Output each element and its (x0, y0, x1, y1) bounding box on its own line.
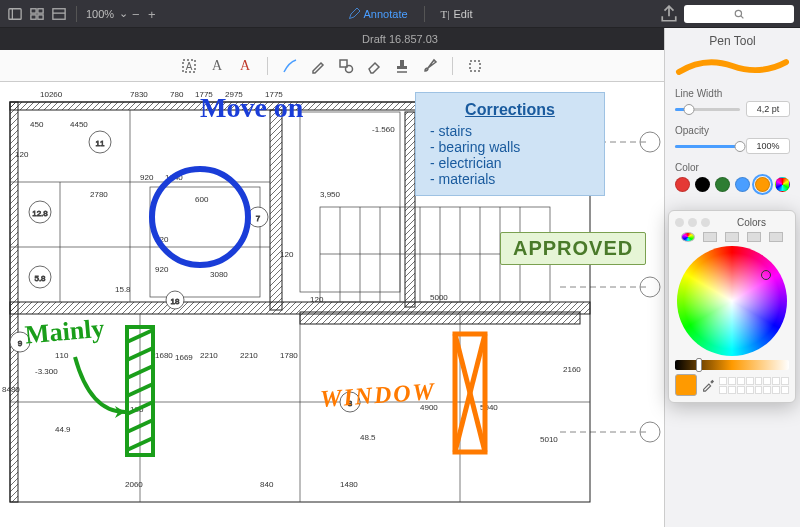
svg-text:9: 9 (18, 339, 23, 348)
svg-text:7: 7 (256, 214, 261, 223)
separator (76, 6, 77, 22)
text-style-icon[interactable]: A (235, 56, 255, 76)
svg-text:2210: 2210 (240, 351, 258, 360)
svg-text:120: 120 (280, 250, 294, 259)
svg-text:2060: 2060 (125, 480, 143, 489)
color-swatch-blue[interactable] (735, 177, 750, 192)
colors-panel[interactable]: Colors (668, 210, 796, 403)
svg-text:48.5: 48.5 (360, 433, 376, 442)
text-tool-icon[interactable]: A (179, 56, 199, 76)
window-close-icon[interactable] (675, 218, 684, 227)
svg-text:920: 920 (140, 173, 154, 182)
svg-text:3080: 3080 (210, 270, 228, 279)
svg-text:2210: 2210 (200, 351, 218, 360)
color-mode-sliders[interactable] (703, 232, 717, 242)
color-wheel-icon[interactable] (775, 177, 790, 192)
color-swatch-orange[interactable] (755, 177, 770, 192)
svg-text:3,950: 3,950 (320, 190, 341, 199)
edit-mode-button[interactable]: T| Edit (433, 6, 481, 22)
color-label: Color (675, 162, 790, 173)
svg-text:5000: 5000 (430, 293, 448, 302)
zoom-in-button[interactable]: + (148, 8, 160, 20)
selection-tool-icon[interactable] (465, 56, 485, 76)
share-icon[interactable] (660, 5, 678, 23)
color-mode-palette[interactable] (725, 232, 739, 242)
colors-panel-title: Colors (714, 217, 789, 228)
line-width-value[interactable]: 4,2 pt (746, 101, 790, 117)
note-item: electrician (430, 155, 594, 171)
current-color-swatch[interactable] (675, 374, 697, 396)
zoom-value[interactable]: 100% (85, 8, 115, 20)
color-wheel[interactable] (677, 246, 787, 356)
svg-text:18: 18 (171, 297, 180, 306)
svg-text:120: 120 (15, 150, 29, 159)
note-item: materials (430, 171, 594, 187)
svg-text:5010: 5010 (540, 435, 558, 444)
zoom-out-button[interactable]: − (132, 8, 144, 20)
zoom-control: 100% ⌄ − + (85, 7, 160, 20)
thumbnails-icon[interactable] (28, 5, 46, 23)
sidebar-toggle-icon[interactable] (6, 5, 24, 23)
opacity-value[interactable]: 100% (746, 138, 790, 154)
svg-text:2780: 2780 (90, 190, 108, 199)
annotation-approved-stamp[interactable]: APPROVED (500, 232, 646, 265)
annotation-move-on[interactable]: Move on (200, 92, 303, 124)
svg-text:7830: 7830 (130, 90, 148, 99)
svg-point-106 (152, 169, 248, 265)
svg-text:5.8: 5.8 (34, 274, 46, 283)
svg-rect-3 (38, 8, 43, 12)
document-canvas[interactable]: 11 12.8 5.8 7 9 18 3 10260 450 4450 120 … (0, 82, 664, 527)
stamp-tool-icon[interactable] (392, 56, 412, 76)
line-width-slider[interactable] (675, 108, 740, 111)
search-input[interactable] (684, 5, 794, 23)
svg-text:110: 110 (55, 351, 69, 360)
eyedropper-icon[interactable] (701, 378, 715, 392)
chevron-down-icon[interactable]: ⌄ (119, 7, 128, 20)
note-list: stairs bearing walls electrician materia… (426, 123, 594, 187)
note-title: Corrections (426, 101, 594, 119)
color-mode-tabs (675, 232, 789, 242)
annotate-mode-button[interactable]: Annotate (340, 6, 416, 22)
svg-text:920: 920 (155, 265, 169, 274)
saved-colors-grid[interactable] (719, 377, 789, 394)
highlighter-tool-icon[interactable] (308, 56, 328, 76)
opacity-slider[interactable] (675, 145, 740, 148)
color-swatch-red[interactable] (675, 177, 690, 192)
svg-rect-12 (340, 60, 347, 67)
color-swatch-black[interactable] (695, 177, 710, 192)
svg-point-13 (346, 65, 353, 72)
svg-rect-4 (31, 14, 36, 18)
document-title: Draft 16.857.03 (362, 33, 438, 45)
svg-rect-27 (405, 112, 415, 307)
layout-icon[interactable] (50, 5, 68, 23)
color-mode-spectrum[interactable] (747, 232, 761, 242)
svg-rect-34 (300, 112, 400, 292)
svg-text:4450: 4450 (70, 120, 88, 129)
main-toolbar: 100% ⌄ − + Annotate T| Edit (0, 0, 800, 28)
color-swatch-green[interactable] (715, 177, 730, 192)
brush-tool-icon[interactable] (420, 56, 440, 76)
svg-text:11: 11 (96, 139, 105, 148)
svg-text:2160: 2160 (563, 365, 581, 374)
pen-tool-icon[interactable] (280, 56, 300, 76)
separator (424, 6, 425, 22)
font-tool-icon[interactable]: A (207, 56, 227, 76)
brightness-slider[interactable] (675, 360, 789, 370)
color-mode-wheel[interactable] (681, 232, 695, 242)
separator (267, 57, 268, 75)
color-wheel-selector[interactable] (761, 270, 771, 280)
shapes-tool-icon[interactable] (336, 56, 356, 76)
note-item: stairs (430, 123, 594, 139)
sticky-note-corrections[interactable]: Corrections stairs bearing walls electri… (415, 92, 605, 196)
svg-rect-6 (53, 8, 65, 19)
color-mode-pencils[interactable] (769, 232, 783, 242)
svg-text:1480: 1480 (340, 480, 358, 489)
svg-text:600: 600 (195, 195, 209, 204)
svg-rect-5 (38, 14, 43, 18)
window-min-icon[interactable] (688, 218, 697, 227)
svg-text:10260: 10260 (40, 90, 63, 99)
svg-text:44.9: 44.9 (55, 425, 71, 434)
window-max-icon[interactable] (701, 218, 710, 227)
eraser-tool-icon[interactable] (364, 56, 384, 76)
svg-line-9 (741, 15, 744, 18)
